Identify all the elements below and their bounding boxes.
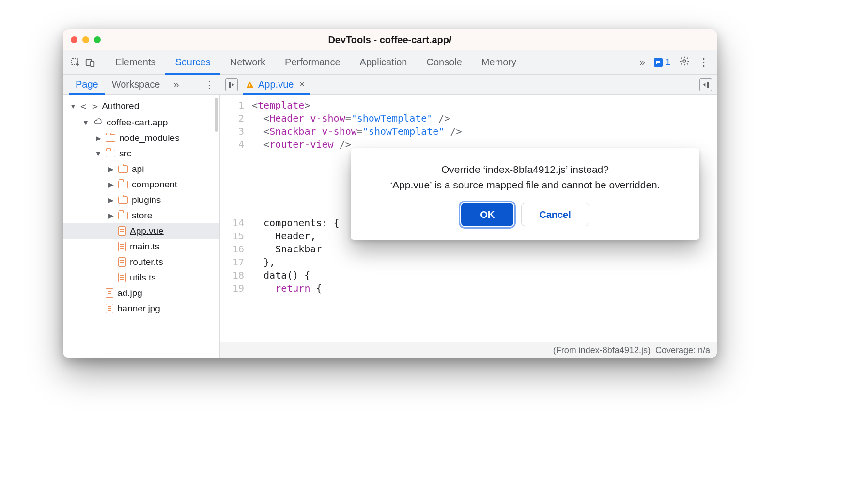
sources-subbar: Page Workspace » ⋮ App.vue × [63,75,717,95]
tree-file-app-vue[interactable]: App.vue [63,223,219,239]
tree-scrollbar[interactable] [215,98,218,132]
page-tab[interactable]: Page [69,75,105,95]
code-line[interactable]: <Snackbar v-show="showTemplate" /> [252,125,717,138]
statusbar-from-suffix: ) [648,345,651,355]
folder-icon [106,150,115,157]
file-tree: ▼< > Authored ▼ coffee-cart.app ▶ node_m… [63,95,220,358]
code-line[interactable]: <template> [252,99,717,112]
panel-overflow-icon[interactable]: » [640,57,645,68]
code-line[interactable]: }, [252,256,717,269]
override-confirm-dialog: Override ‘index-8bfa4912.js’ instead? ‘A… [351,148,699,240]
tree-folder-store[interactable]: ▶store [63,208,219,223]
cancel-button[interactable]: Cancel [521,203,589,226]
toggle-debugger-icon[interactable] [699,78,712,91]
tree-file-router-ts[interactable]: router.ts [63,254,219,270]
folder-icon [118,196,128,204]
file-icon [118,257,126,267]
statusbar-from-link[interactable]: index-8bfa4912.js [579,345,648,355]
tree-file-utils-ts[interactable]: utils.ts [63,270,219,285]
tree-site[interactable]: ▼ coffee-cart.app [63,114,219,130]
titlebar: DevTools - coffee-cart.app/ [63,29,717,50]
tree-folder-api[interactable]: ▶api [63,161,219,177]
gutter-line: 18 [220,269,244,282]
panel-tabs: ElementsSourcesNetworkPerformanceApplica… [106,50,637,75]
folder-icon [118,165,128,173]
navigator-overflow-icon[interactable]: » [170,79,183,90]
device-toolbar-icon[interactable] [84,57,96,68]
statusbar-from-prefix: (From [553,345,579,355]
svg-rect-2 [91,61,94,66]
tree-file-main-ts[interactable]: main.ts [63,239,219,254]
code-line[interactable]: return { [252,282,717,295]
panel-tab-sources[interactable]: Sources [165,50,220,75]
tree-file-banner-jpg[interactable]: banner.jpg [63,301,219,316]
window-title: DevTools - coffee-cart.app/ [63,34,717,46]
devtools-window: DevTools - coffee-cart.app/ ElementsSour… [63,29,717,358]
gutter-line: 2 [220,112,244,125]
dialog-line-2: ‘App.vue’ is a source mapped file and ca… [364,177,686,193]
open-file-name: App.vue [258,79,294,90]
tree-folder-node-modules[interactable]: ▶ node_modules [63,130,219,146]
panel-tab-performance[interactable]: Performance [275,50,350,75]
panel-tab-network[interactable]: Network [220,50,275,75]
code-editor[interactable]: 1234 141516171819 <template> <Header v-s… [220,95,717,358]
tree-site-label: coffee-cart.app [107,117,168,128]
folder-label: component [132,179,177,190]
code-line[interactable]: Snackbar [252,243,717,256]
code-line[interactable]: <Header v-show="showTemplate" /> [252,112,717,125]
warning-triangle-icon [246,80,254,89]
gutter-line [220,203,244,217]
tree-file-ad-jpg[interactable]: ad.jpg [63,285,219,301]
folder-icon [118,181,128,188]
folder-label: node_modules [119,133,180,143]
dialog-line-1: Override ‘index-8bfa4912.js’ instead? [364,162,686,177]
line-gutter: 1234 141516171819 [220,95,249,342]
ok-button[interactable]: OK [461,203,513,226]
folder-icon [106,134,115,142]
svg-rect-6 [249,84,250,86]
panel-tab-memory[interactable]: Memory [472,50,526,75]
gutter-line: 14 [220,217,244,230]
workspace-tab[interactable]: Workspace [105,75,167,95]
settings-gear-icon[interactable] [679,56,690,69]
panel-tab-elements[interactable]: Elements [106,50,165,75]
panel-tab-console[interactable]: Console [417,50,471,75]
file-label: ad.jpg [117,288,142,298]
main-toolbar: ElementsSourcesNetworkPerformanceApplica… [63,50,717,75]
open-file-tab[interactable]: App.vue × [243,75,310,95]
close-file-icon[interactable]: × [297,79,307,90]
statusbar-coverage: Coverage: n/a [655,345,710,356]
file-icon [118,273,126,282]
gutter-line [220,190,244,203]
file-label: main.ts [130,241,159,252]
tree-root-authored[interactable]: ▼< > Authored [63,98,219,114]
tree-folder-src[interactable]: ▼ src [63,146,219,161]
inspect-element-icon[interactable] [70,57,81,68]
kebab-menu-icon[interactable]: ⋮ [698,56,709,69]
navigator-tabs: Page Workspace » ⋮ [63,75,220,94]
issues-badge[interactable]: 1 [654,57,670,67]
gutter-line: 3 [220,125,244,138]
gutter-line: 4 [220,138,244,151]
file-icon [106,304,113,313]
file-icon [106,288,113,298]
tree-folder-plugins[interactable]: ▶plugins [63,192,219,208]
svg-rect-4 [229,82,231,88]
file-icon [118,242,126,251]
tree-folder-component[interactable]: ▶component [63,177,219,192]
folder-label: api [132,164,144,174]
gutter-line [220,151,244,164]
svg-marker-5 [232,83,234,87]
folder-label: plugins [132,195,161,205]
tree-root-label: Authored [102,101,139,111]
gutter-line: 1 [220,99,244,112]
panel-tab-application[interactable]: Application [350,50,417,75]
file-label: router.ts [130,257,163,267]
editor-statusbar: (From index-8bfa4912.js) Coverage: n/a [220,342,717,358]
file-label: utils.ts [130,272,156,283]
code-line[interactable]: data() { [252,269,717,282]
navigator-kebab-icon[interactable]: ⋮ [204,79,220,91]
gutter-line [220,177,244,190]
svg-point-3 [683,60,686,62]
toggle-navigator-icon[interactable] [225,78,238,91]
